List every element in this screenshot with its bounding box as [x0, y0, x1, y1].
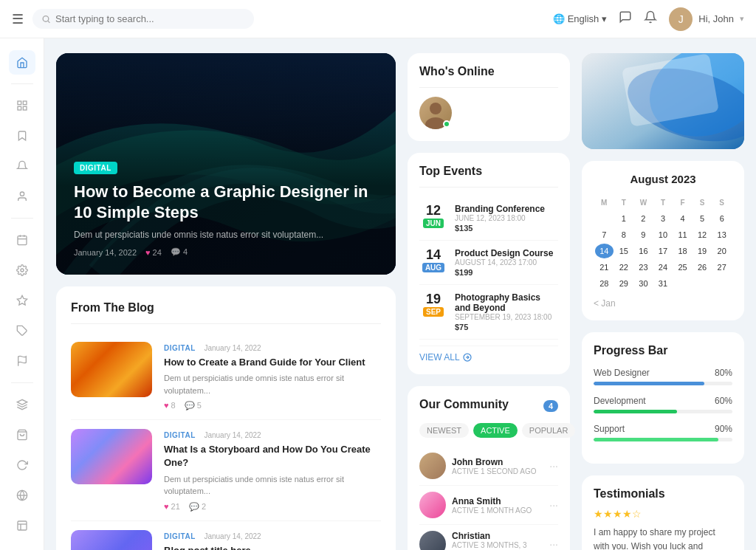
whos-online-title: Who's Online — [419, 65, 558, 78]
cal-day[interactable]: 24 — [654, 260, 673, 275]
cal-day[interactable]: 23 — [634, 260, 653, 275]
cal-day[interactable]: 7 — [595, 227, 614, 242]
cal-day[interactable]: 21 — [595, 260, 614, 275]
view-all-button[interactable]: VIEW ALL — [419, 346, 558, 362]
blog-info-1: DIGITAL January 14, 2022 How to Create a… — [164, 342, 381, 410]
event-title[interactable]: Product Design Course — [455, 248, 553, 258]
messages-button[interactable] — [619, 10, 632, 27]
cal-day[interactable]: 12 — [693, 227, 712, 242]
cal-day[interactable]: 26 — [693, 260, 712, 275]
cal-day[interactable]: 5 — [693, 211, 712, 226]
progress-fill — [594, 382, 704, 385]
event-title[interactable]: Branding Conference — [455, 204, 545, 214]
cal-day[interactable]: 15 — [615, 244, 633, 258]
cal-day[interactable]: 31 — [654, 276, 673, 291]
cal-day — [693, 276, 712, 291]
search-input[interactable] — [55, 13, 245, 24]
event-month: AUG — [422, 263, 444, 272]
progress-label: Web Designer 80% — [594, 368, 732, 378]
sidebar-item-refresh[interactable] — [9, 453, 35, 477]
cal-day[interactable]: 17 — [654, 244, 673, 258]
community-count: 4 — [543, 400, 558, 412]
event-price: $199 — [455, 268, 553, 277]
cal-day[interactable]: 1 — [615, 211, 633, 226]
sidebar-item-users[interactable] — [9, 185, 35, 209]
cal-day[interactable]: 14 — [595, 244, 614, 258]
cal-day[interactable]: 20 — [712, 244, 731, 258]
sidebar-item-home[interactable] — [9, 50, 35, 75]
cal-header-t: T — [615, 196, 633, 210]
progress-pct: 90% — [715, 424, 732, 434]
hero-meta: January 14, 2022 ♥ 24 💬 4 — [74, 247, 378, 257]
blog-description: Dem ut perspiciatis unde omnis iste natu… — [164, 372, 381, 396]
cal-day[interactable]: 4 — [673, 211, 692, 226]
cal-day[interactable]: 10 — [654, 227, 673, 242]
cal-header-s2: S — [712, 196, 731, 210]
sidebar-item-flag[interactable] — [9, 349, 35, 374]
event-subtitle: SEPTEMBER 19, 2023 18:00 — [455, 313, 558, 321]
user-menu[interactable]: J Hi, John ▾ — [669, 7, 744, 31]
cal-day[interactable]: 19 — [693, 244, 712, 258]
notifications-button[interactable] — [644, 10, 657, 27]
cal-day[interactable]: 30 — [634, 276, 653, 291]
cal-day[interactable]: 18 — [673, 244, 692, 258]
blog-item: DIGITAL January 14, 2022 How to Create a… — [71, 333, 381, 420]
event-title[interactable]: Photography Basics and Beyond — [455, 292, 558, 313]
tab-popular[interactable]: POPULAR — [522, 423, 576, 438]
cal-day[interactable]: 25 — [673, 260, 692, 275]
blog-likes: ♥ 21 — [164, 502, 180, 512]
sidebar-item-globe[interactable] — [9, 484, 35, 508]
blog-title[interactable]: What Is a Storyboard and How Do You Crea… — [164, 443, 381, 470]
cal-day[interactable]: 2 — [634, 211, 653, 226]
cal-day[interactable]: 27 — [712, 260, 731, 275]
blog-title[interactable]: Blog post title here — [164, 544, 381, 550]
sidebar-item-star[interactable] — [9, 288, 35, 312]
sidebar-item-notifications[interactable] — [9, 154, 35, 179]
member-options[interactable]: ··· — [549, 499, 558, 511]
cal-day[interactable]: 6 — [712, 211, 731, 226]
svg-point-6 — [20, 192, 24, 196]
cal-day[interactable]: 3 — [654, 211, 673, 226]
testimonial-stars: ★★★★☆ — [594, 508, 732, 520]
cal-day[interactable]: 9 — [634, 227, 653, 242]
event-info: Product Design Course AUGUST 14, 2023 17… — [455, 248, 553, 277]
member-options[interactable]: ··· — [549, 460, 558, 472]
progress-track — [594, 382, 732, 385]
online-status-dot — [443, 120, 450, 128]
hero-likes: ♥ 24 — [145, 248, 162, 257]
blog-title[interactable]: How to Create a Brand Guide for Your Cli… — [164, 356, 381, 369]
sidebar-item-tag[interactable] — [9, 319, 35, 343]
cal-day[interactable]: 29 — [615, 276, 633, 291]
tab-active[interactable]: ACTIVE — [473, 423, 518, 438]
svg-rect-3 — [23, 101, 27, 105]
member-options[interactable]: ··· — [549, 538, 558, 550]
cal-day[interactable]: 8 — [615, 227, 633, 242]
sidebar-item-bookmarks[interactable] — [9, 123, 35, 148]
main-content: DIGITAL How to Become a Graphic Designer… — [44, 38, 756, 550]
cal-day[interactable]: 22 — [615, 260, 633, 275]
sidebar-item-analytics[interactable] — [9, 93, 35, 117]
event-price: $135 — [455, 224, 545, 233]
cal-day[interactable]: 28 — [595, 276, 614, 291]
blog-item: DIGITAL January 14, 2022 Blog post title… — [71, 521, 381, 550]
sidebar-item-calendar[interactable] — [9, 227, 35, 252]
language-selector[interactable]: 🌐 English ▾ — [553, 13, 608, 24]
sidebar-item-layout[interactable] — [9, 514, 35, 538]
blog-date: January 14, 2022 — [204, 344, 261, 352]
sidebar-item-settings[interactable] — [9, 258, 35, 282]
cal-day[interactable]: 11 — [673, 227, 692, 242]
sidebar-item-layers[interactable] — [9, 392, 35, 416]
member-status: ACTIVE 1 MONTH AGO — [452, 506, 543, 515]
cal-header-m: M — [595, 196, 614, 210]
search-bar[interactable] — [32, 9, 254, 29]
sidebar-item-shop[interactable] — [9, 422, 35, 447]
cal-day[interactable]: 13 — [712, 227, 731, 242]
calendar-prev[interactable]: < Jan — [594, 298, 616, 309]
sidebar-divider — [11, 83, 33, 84]
hamburger-icon[interactable]: ☰ — [12, 11, 24, 27]
cal-day[interactable]: 16 — [634, 244, 653, 258]
tab-newest[interactable]: NEWEST — [419, 423, 469, 438]
svg-rect-4 — [18, 106, 21, 110]
svg-rect-5 — [23, 106, 27, 110]
event-info: Photography Basics and Beyond SEPTEMBER … — [455, 292, 558, 331]
